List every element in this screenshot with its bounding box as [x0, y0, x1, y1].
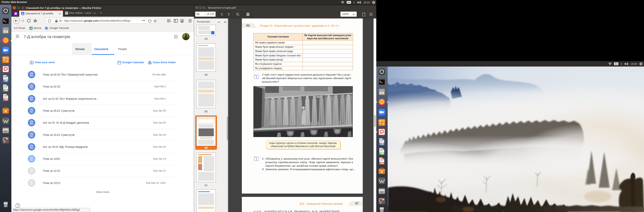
svg-text:G: G — [46, 27, 47, 29]
svg-text:A: A — [4, 109, 7, 113]
svg-text:A: A — [380, 170, 383, 174]
